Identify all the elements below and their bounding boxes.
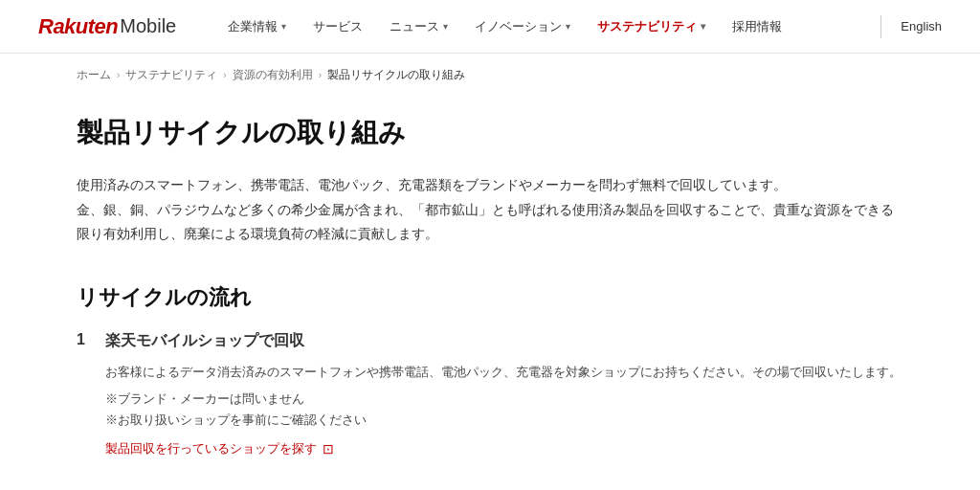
shop-link[interactable]: 製品回収を行っているショップを探す ⊡ bbox=[105, 440, 334, 457]
breadcrumb-separator: › bbox=[223, 70, 226, 80]
intro-line1: 使用済みのスマートフォン、携帯電話、電池パック、充電器類をブランドやメーカーを問… bbox=[77, 173, 903, 197]
chevron-down-icon: ▾ bbox=[443, 21, 448, 32]
external-link-icon: ⊡ bbox=[323, 441, 334, 457]
page-title: 製品リサイクルの取り組み bbox=[77, 116, 903, 150]
step-content-1: 楽天モバイルショップで回収 お客様によるデータ消去済みのスマートフォンや携帯電話… bbox=[105, 331, 902, 458]
logo-mobile: Mobile bbox=[120, 15, 176, 37]
nav-item-company[interactable]: 企業情報 ▾ bbox=[214, 0, 300, 54]
step-item-1: 1 楽天モバイルショップで回収 お客様によるデータ消去済みのスマートフォンや携帯… bbox=[77, 331, 903, 458]
section-title-recycle-flow: リサイクルの流れ bbox=[77, 284, 903, 312]
nav-item-recruit[interactable]: 採用情報 bbox=[719, 0, 795, 54]
nav-item-news[interactable]: ニュース ▾ bbox=[376, 0, 461, 54]
breadcrumb-separator: › bbox=[319, 70, 322, 80]
intro-text: 使用済みのスマートフォン、携帯電話、電池パック、充電器類をブランドやメーカーを問… bbox=[77, 173, 903, 246]
breadcrumb-separator: › bbox=[117, 70, 120, 80]
breadcrumb: ホーム › サステナビリティ › 資源の有効利用 › 製品リサイクルの取り組み bbox=[0, 54, 980, 97]
chevron-down-icon: ▾ bbox=[281, 21, 286, 32]
language-switch[interactable]: English bbox=[901, 19, 942, 33]
logo-r-letter: Rakuten bbox=[38, 14, 118, 38]
step-number-1: 1 bbox=[77, 331, 94, 458]
step-desc-1: お客様によるデータ消去済みのスマートフォンや携帯電話、電池パック、充電器を対象シ… bbox=[105, 361, 902, 383]
header-divider bbox=[880, 15, 881, 38]
chevron-down-icon: ▾ bbox=[701, 21, 705, 32]
logo[interactable]: Rakuten Mobile bbox=[38, 14, 176, 39]
nav-item-sustainability[interactable]: サステナビリティ ▾ bbox=[584, 0, 719, 54]
breadcrumb-resources[interactable]: 資源の有効利用 bbox=[233, 67, 313, 83]
main-nav: 企業情報 ▾ サービス ニュース ▾ イノベーション ▾ サステナビリティ ▾ … bbox=[214, 0, 880, 54]
header: Rakuten Mobile 企業情報 ▾ サービス ニュース ▾ イノベーショ… bbox=[0, 0, 980, 54]
chevron-down-icon: ▾ bbox=[566, 21, 570, 32]
breadcrumb-home[interactable]: ホーム bbox=[77, 67, 111, 83]
step-note-2: ※お取り扱いショップを事前にご確認ください bbox=[105, 410, 902, 431]
intro-line2: 金、銀、銅、パラジウムなど多くの希少金属が含まれ、「都市鉱山」とも呼ばれる使用済… bbox=[77, 198, 903, 246]
step-note-1: ※ブランド・メーカーは問いません bbox=[105, 389, 902, 410]
breadcrumb-sustainability[interactable]: サステナビリティ bbox=[125, 67, 217, 83]
nav-item-innovation[interactable]: イノベーション ▾ bbox=[461, 0, 584, 54]
logo-rakuten: Rakuten bbox=[38, 14, 118, 39]
breadcrumb-current: 製品リサイクルの取り組み bbox=[327, 67, 465, 83]
nav-item-services[interactable]: サービス bbox=[300, 0, 376, 54]
shop-link-label: 製品回収を行っているショップを探す bbox=[105, 440, 317, 457]
main-content: 製品リサイクルの取り組み 使用済みのスマートフォン、携帯電話、電池パック、充電器… bbox=[0, 97, 980, 490]
header-right: English bbox=[880, 15, 942, 38]
step-label-1: 楽天モバイルショップで回収 bbox=[105, 331, 902, 351]
step-list: 1 楽天モバイルショップで回収 お客様によるデータ消去済みのスマートフォンや携帯… bbox=[77, 331, 903, 458]
